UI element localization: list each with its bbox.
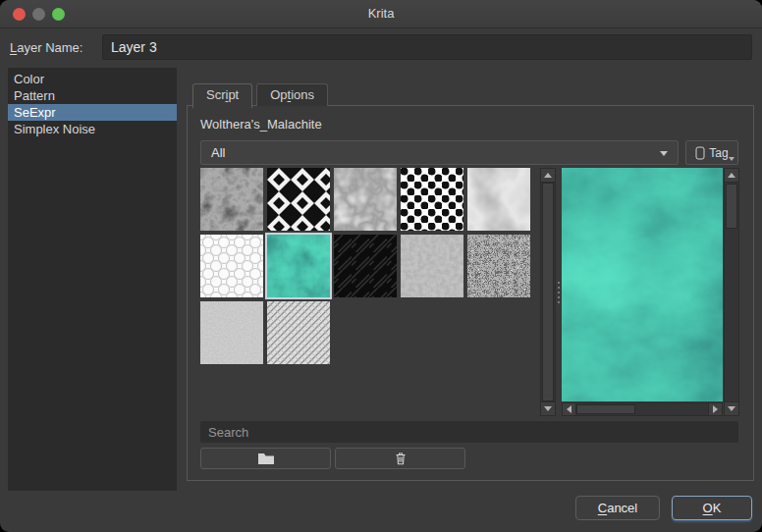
scroll-right-button[interactable] — [708, 403, 722, 415]
arrow-up-icon — [544, 173, 552, 178]
pattern-thumb-fine-noise[interactable] — [200, 301, 263, 364]
scroll-left-button[interactable] — [563, 403, 576, 415]
import-resource-button[interactable] — [200, 448, 331, 469]
generator-type-list: Color Pattern SeExpr Simplex Noise — [8, 68, 177, 491]
layer-name-input[interactable] — [102, 34, 752, 60]
bookmark-tag-icon — [695, 146, 705, 160]
arrow-up-icon — [728, 173, 735, 178]
pattern-thumb-rough-noise[interactable] — [401, 235, 463, 297]
arrow-right-icon — [713, 405, 718, 413]
folder-icon — [257, 452, 275, 465]
pattern-thumb-dark-marble[interactable] — [200, 168, 263, 231]
ok-button[interactable]: OK — [672, 496, 752, 520]
pattern-thumb-gray-clouds[interactable] — [467, 168, 530, 231]
grid-vertical-scrollbar[interactable] — [540, 168, 556, 416]
tab-bar: Script Options — [192, 82, 332, 106]
titlebar[interactable]: Krita — [0, 0, 762, 28]
scroll-up-button[interactable] — [541, 169, 555, 183]
pattern-thumb-bw-triangles[interactable] — [267, 168, 330, 231]
pattern-chooser — [200, 168, 738, 416]
grid-scrollbar-thumb[interactable] — [542, 183, 554, 401]
pattern-thumb-speckle-noise[interactable] — [467, 235, 530, 297]
window-title: Krita — [0, 0, 762, 27]
pattern-thumb-dark-maze[interactable] — [334, 235, 397, 297]
scroll-up-button[interactable] — [725, 169, 738, 183]
pattern-thumb-gray-blotch[interactable] — [334, 168, 397, 231]
cancel-button[interactable]: Cancel — [575, 496, 660, 520]
pattern-preview[interactable] — [562, 168, 723, 401]
tag-filter-dropdown[interactable]: All — [200, 140, 679, 165]
pattern-thumb-ring-lattice[interactable] — [200, 235, 263, 297]
list-item-color[interactable]: Color — [8, 71, 177, 87]
resource-buttons-row — [200, 448, 465, 469]
script-tab-panel: Wolthera's_Malachite All Tag — [187, 105, 754, 481]
krita-dialog-window: Krita Layer Name: Color Pattern SeExpr S… — [0, 0, 762, 532]
scroll-down-button[interactable] — [725, 401, 738, 415]
arrow-down-icon — [544, 406, 552, 411]
pattern-grid — [200, 168, 534, 364]
preview-vertical-scrollbar[interactable] — [724, 168, 739, 416]
tag-filter-row: All Tag — [200, 140, 738, 165]
delete-resource-button[interactable] — [335, 448, 465, 469]
chevron-down-icon — [660, 151, 668, 156]
scroll-down-button[interactable] — [541, 401, 555, 415]
preview-vscrollbar-thumb[interactable] — [726, 184, 737, 229]
tag-menu-chevron-icon — [729, 157, 735, 161]
tab-script[interactable]: Script — [192, 83, 252, 108]
preview-horizontal-scrollbar[interactable] — [562, 402, 723, 416]
pattern-thumb-malachite-selected[interactable] — [267, 235, 330, 297]
list-item-pattern[interactable]: Pattern — [8, 87, 177, 104]
tag-button[interactable]: Tag — [685, 140, 738, 165]
pattern-thumb-diagonal-weave[interactable] — [267, 301, 330, 364]
arrow-down-icon — [728, 406, 735, 411]
tab-options[interactable]: Options — [256, 83, 328, 106]
arrow-left-icon — [567, 405, 572, 413]
list-item-simplex-noise[interactable]: Simplex Noise — [8, 121, 177, 137]
list-item-seexpr[interactable]: SeExpr — [8, 104, 177, 121]
trash-icon — [395, 452, 407, 465]
preview-hscrollbar-thumb[interactable] — [576, 404, 635, 414]
selected-pattern-name: Wolthera's_Malachite — [200, 117, 322, 132]
pattern-search-input[interactable] — [200, 421, 738, 443]
pattern-thumb-halftone-dots[interactable] — [401, 168, 463, 231]
layer-name-label: Layer Name: — [10, 40, 82, 55]
